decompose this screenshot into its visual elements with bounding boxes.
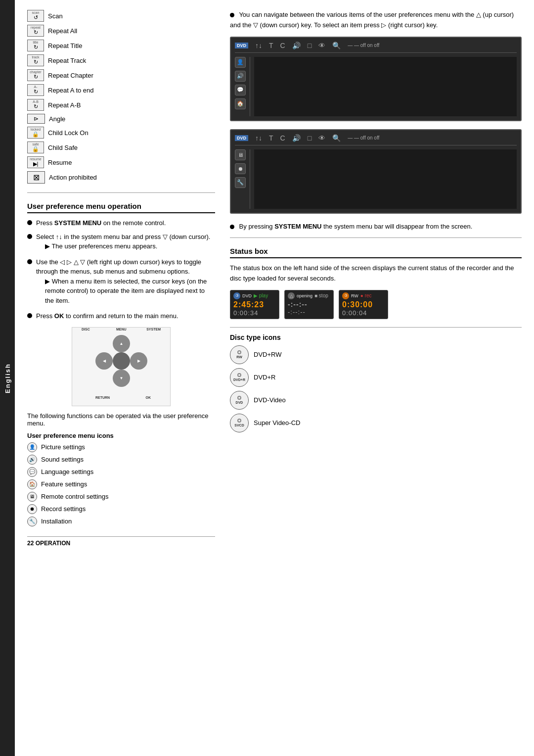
system-menu-bold: SYSTEM MENU <box>54 219 101 227</box>
screen-main-1 <box>254 57 517 116</box>
angle-icon: ⊳ <box>27 114 45 124</box>
scan-label: Scan <box>48 12 63 20</box>
opening-label: opening <box>297 293 312 298</box>
rw-time-2: 0:00:04 <box>342 309 385 317</box>
dpad-left-btn[interactable]: ◀ <box>95 352 113 370</box>
disc-item-svcd: SVCD Super Video-CD <box>230 414 522 432</box>
bullet-dot-inline2 <box>230 225 234 229</box>
scan-icon-box: scan↺ <box>27 10 44 22</box>
list-item: repeat↻ Repeat All <box>27 25 215 37</box>
disc-dvd-label: DVD <box>236 401 243 404</box>
system-label: SYSTEM <box>146 328 161 331</box>
sidebar2-icon-install: 🔧 <box>235 177 246 188</box>
dvdrw-text: DVD+RW <box>254 351 281 358</box>
section-divider-2 <box>230 237 522 238</box>
screen-mockup-1: DVD ↑↓ T C 🔊 □ 👁 🔍 — — off on off 👤 🔊 💬 … <box>230 37 522 121</box>
list-item: 🖥 Remote control settings <box>27 492 215 502</box>
ok-bold: OK <box>54 312 64 320</box>
dvd-text: DVD-Video <box>254 396 286 404</box>
list-item: 🔧 Installation <box>27 517 215 526</box>
repeat-ab-icon-box: A-B↻ <box>27 99 44 111</box>
repeat-a-end-icon-box: A-↻ <box>27 84 44 96</box>
list-item: 🏠 Feature settings <box>27 479 215 489</box>
disc-svcd-label: SVCD <box>234 424 244 427</box>
arrow-text: The user preferences menu appears. <box>45 241 210 251</box>
record-icon: ⏺ <box>27 504 37 514</box>
list-item: resume▶| Resume <box>27 156 215 168</box>
toolbar-icon-7: 🔍 <box>332 42 341 49</box>
toolbar2-icon-5: □ <box>308 134 312 142</box>
list-item: chapter↻ Repeat Chapter <box>27 69 215 81</box>
dvdr-text: DVD+R <box>254 374 275 381</box>
sidebar-icon-lang: 💬 <box>235 85 246 95</box>
bullet-dot <box>27 220 32 225</box>
screen-main-2 <box>254 149 517 209</box>
dvdrw-icon: RW <box>230 345 249 364</box>
bullet-text: Press SYSTEM MENU on the remote control. <box>36 218 166 228</box>
disc-item-dvd: DVD DVD-Video <box>230 391 522 410</box>
status-box-opening: △ opening ■ stop -:--:-- -:--:-- <box>284 290 334 319</box>
rw-label: RW <box>351 293 358 298</box>
disc-rw-label: RW <box>236 355 242 359</box>
dpad-up-btn[interactable]: ▲ <box>113 335 130 352</box>
dvd-circle-icon: ③ <box>233 292 240 299</box>
bullet-text-block: Select ↑↓ in the system menu bar and pre… <box>36 232 210 253</box>
screen-sidebar-2: 🖥 ⏺ 🔧 <box>235 149 250 209</box>
open-time-2: -:--:-- <box>288 308 330 316</box>
bullet-item: Use the ◁ ▷ △ ▽ (left right up down curs… <box>27 257 215 308</box>
disc-ring <box>237 373 241 377</box>
sound-icon: 🔊 <box>27 455 37 465</box>
child-safe-icon-box: safe🔒 <box>27 142 44 153</box>
bullet-dot-inline <box>230 13 234 17</box>
status-box-heading: Status box <box>230 247 522 258</box>
dpad: DISC MENU SYSTEM ▲ ◀ ▶ ▼ RETURN OK <box>82 328 161 402</box>
disc-r-label: DVD+R <box>233 378 245 381</box>
toolbar-icon-4: 🔊 <box>292 42 301 49</box>
screen-sidebar-1: 👤 🔊 💬 🏠 <box>235 57 250 116</box>
list-item: A-B↻ Repeat A-B <box>27 99 215 111</box>
sidebar-icon-feature: 🏠 <box>235 98 246 109</box>
disc-label: DISC <box>82 328 90 331</box>
prohibited-icon: ⊠ <box>27 171 45 184</box>
ok-label: OK <box>146 396 151 399</box>
sidebar: English <box>0 0 15 756</box>
list-item: 🔊 Sound settings <box>27 455 215 465</box>
dpad-center-btn[interactable] <box>113 352 130 370</box>
open-circle-icon: △ <box>288 292 295 299</box>
status-box-dvd-play: ③ DVD ▶ play 2:45:23 0:00:34 <box>230 290 279 319</box>
toolbar2-icon-6: 👁 <box>318 134 325 142</box>
page-footer: 22 OPERATION <box>27 536 215 547</box>
screen-body-2: 🖥 ⏺ 🔧 <box>235 149 517 209</box>
bullet-dot <box>27 234 32 239</box>
screen-toolbar-1: DVD ↑↓ T C 🔊 □ 👁 🔍 — — off on off <box>235 42 517 53</box>
status-header-1: ③ DVD ▶ play <box>233 292 276 299</box>
disc-ring <box>237 396 241 400</box>
toolbar-icon-3: C <box>280 42 285 49</box>
list-item: locked🔒 Child Lock On <box>27 127 215 139</box>
right-column: You can navigate between the various ite… <box>230 10 522 746</box>
section-divider <box>27 192 215 193</box>
svcd-icon: SVCD <box>230 414 249 432</box>
section-divider-3 <box>230 327 522 328</box>
disc-ring <box>237 419 241 423</box>
bullet-text: Press OK to confirm and return to the ma… <box>36 311 178 321</box>
menu-label: MENU <box>116 328 127 331</box>
toolbar2-icon-3: C <box>280 134 285 142</box>
bullet-text: Select ↑↓ in the system menu bar and pre… <box>36 233 210 240</box>
feature-label: Feature settings <box>41 480 87 488</box>
pref-note: The following functions can be operated … <box>27 412 215 427</box>
nav-note: You can navigate between the various ite… <box>230 10 522 31</box>
remote-ctrl-icon: 🖥 <box>27 492 37 502</box>
dpad-down-btn[interactable]: ▼ <box>113 370 130 387</box>
toolbar2-icon-4: 🔊 <box>292 134 301 142</box>
dpad-right-btn[interactable]: ▶ <box>130 352 147 370</box>
sound-label: Sound settings <box>41 456 84 463</box>
icon-list: scan↺ Scan repeat↻ Repeat All title↻ Rep… <box>27 10 215 184</box>
language-label: Language settings <box>41 468 93 475</box>
repeat-chapter-icon-box: chapter↻ <box>27 69 44 81</box>
disc-icons-list: RW DVD+RW DVD+R DVD+R DVD DVD-Video <box>230 345 522 432</box>
sidebar2-icon-record: ⏺ <box>235 163 246 174</box>
list-item: 👤 Picture settings <box>27 442 215 452</box>
rw-time-1: 0:30:00 <box>342 300 385 309</box>
repeat-a-end-label: Repeat A to end <box>48 87 94 94</box>
